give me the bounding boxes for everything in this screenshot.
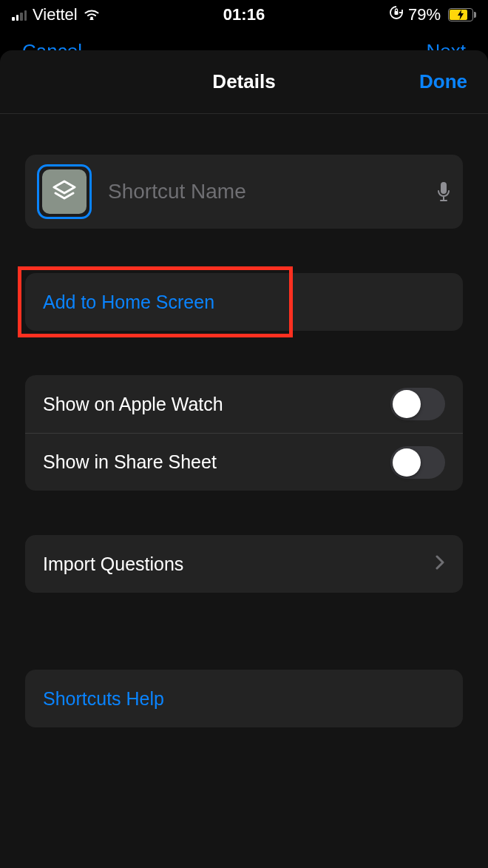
chevron-right-icon — [435, 554, 445, 575]
sheet-title: Details — [212, 70, 275, 93]
shortcuts-help-button[interactable]: Shortcuts Help — [25, 670, 463, 727]
done-button[interactable]: Done — [419, 50, 467, 113]
dictate-button[interactable] — [436, 181, 451, 203]
status-bar: Viettel 01:16 79% — [0, 0, 488, 30]
add-to-home-screen-button[interactable]: Add to Home Screen — [25, 273, 463, 331]
shortcuts-help-label: Shortcuts Help — [43, 688, 164, 710]
import-questions-label: Import Questions — [43, 554, 183, 575]
show-in-share-label: Show in Share Sheet — [43, 451, 217, 473]
svg-rect-2 — [441, 182, 447, 194]
show-in-share-toggle[interactable] — [390, 446, 445, 479]
shortcut-glyph-icon — [42, 169, 87, 214]
show-on-watch-label: Show on Apple Watch — [43, 394, 223, 415]
visibility-group: Show on Apple Watch Show in Share Sheet — [25, 375, 463, 491]
shortcut-name-group — [25, 155, 463, 229]
help-group: Shortcuts Help — [25, 670, 463, 727]
show-in-share-row: Show in Share Sheet — [25, 433, 463, 491]
shortcut-icon-button[interactable] — [37, 164, 92, 219]
sheet-nav: Details Done — [0, 50, 488, 114]
clock: 01:16 — [0, 5, 488, 24]
add-to-home-label: Add to Home Screen — [43, 292, 214, 313]
shortcut-name-row — [25, 155, 463, 229]
import-group: Import Questions — [25, 535, 463, 593]
shortcut-name-input[interactable] — [106, 179, 421, 204]
battery-icon — [445, 8, 476, 21]
details-sheet: Details Done — [0, 50, 488, 868]
add-to-home-group: Add to Home Screen — [25, 273, 463, 331]
import-questions-button[interactable]: Import Questions — [25, 535, 463, 593]
show-on-watch-row: Show on Apple Watch — [25, 375, 463, 433]
show-on-watch-toggle[interactable] — [390, 388, 445, 420]
